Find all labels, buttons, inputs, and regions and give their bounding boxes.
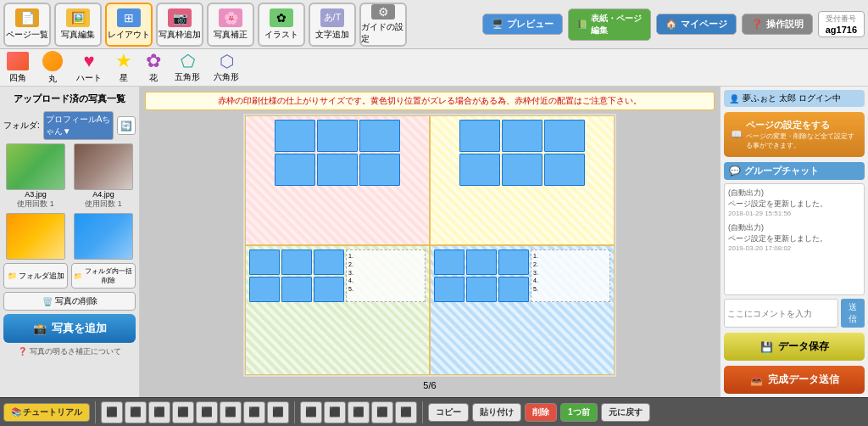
align-middle-button[interactable]: ⬛ bbox=[196, 401, 218, 423]
photo-ph bbox=[434, 277, 465, 302]
photo-item-a3: A3.jpg 使用回数 1 bbox=[3, 143, 68, 210]
zoom-out-button[interactable]: ⬛ bbox=[395, 401, 417, 423]
cover-edit-button[interactable]: 📗表紙・ページ編集 bbox=[568, 8, 651, 41]
mypage-button[interactable]: 🏠マイページ bbox=[656, 14, 737, 35]
preview-button[interactable]: 🖥️プレビュー bbox=[482, 14, 563, 35]
chat-send-button[interactable]: 送信 bbox=[841, 299, 865, 328]
photo-ph bbox=[434, 249, 465, 275]
chat-messages: (自動出力) ページ設定を更新しました。 2018-01-29 15:51:56… bbox=[724, 183, 865, 295]
photo-ph bbox=[314, 249, 344, 275]
chat-input[interactable] bbox=[724, 299, 838, 328]
photo-ph bbox=[275, 154, 315, 186]
bulk-rename-button[interactable]: 📁フォルダ内一括削除 bbox=[71, 263, 136, 289]
shape-circle[interactable]: 丸 bbox=[42, 51, 63, 85]
copy-button[interactable]: コピー bbox=[428, 403, 469, 422]
list-ph: 1.2.3.4.5. bbox=[346, 249, 426, 302]
photo-ph bbox=[466, 249, 497, 275]
photo-ph bbox=[249, 249, 280, 275]
refresh-button[interactable]: 🔄 bbox=[117, 116, 136, 135]
photo-ph bbox=[314, 277, 344, 302]
paste-button[interactable]: 貼り付け bbox=[472, 403, 521, 422]
photo-ph bbox=[317, 154, 358, 186]
chat-message-1: (自動出力) ページ設定を更新しました。 2018-01-29 15:51:56 bbox=[728, 188, 860, 217]
top-toolbar: 📄 ページ一覧 🖼️ 写真編集 ⊞ レイアウト 📷 写真枠追加 🌸 写真補正 ✿… bbox=[0, 0, 868, 49]
left-panel: アップロード済の写真一覧 フォルダ: プロフィールAちゃん▼ 🔄 A3.jpg … bbox=[0, 87, 140, 397]
photo-ph bbox=[281, 277, 312, 302]
photo-ph bbox=[498, 277, 529, 302]
final-send-button[interactable]: 📤完成データ送信 bbox=[724, 366, 865, 394]
canvas-section-tr bbox=[430, 115, 615, 245]
layer-down-button[interactable]: ⬛ bbox=[324, 401, 346, 423]
page-settings-button[interactable]: 📖 ページの設定をする ページの変更・削除など全て設定する事ができます。 bbox=[724, 112, 865, 157]
layer-up-button[interactable]: ⬛ bbox=[300, 401, 322, 423]
shape-rect[interactable]: 四角 bbox=[7, 52, 29, 84]
redo-button[interactable]: 元に戻す bbox=[601, 403, 650, 422]
shape-heart[interactable]: ♥ ハート bbox=[76, 52, 102, 84]
bottom-toolbar: 📚チュートリアル ⬛ ⬛ ⬛ ⬛ ⬛ ⬛ ⬛ ⬛ ⬛ ⬛ ⬛ ⬛ ⬛ コピー 貼… bbox=[0, 397, 868, 426]
separator bbox=[95, 401, 96, 423]
photo-ph bbox=[281, 249, 312, 275]
user-info-bar: 👤 夢ふぉと 太郎 ログイン中 bbox=[724, 90, 865, 107]
photo-item-4 bbox=[71, 213, 136, 260]
align-right-button[interactable]: ⬛ bbox=[148, 401, 170, 423]
undo-button[interactable]: 1つ前 bbox=[560, 403, 598, 422]
add-text-button[interactable]: あ/T 文字追加 bbox=[309, 3, 356, 47]
guide-settings-button[interactable]: ⚙ ガイドの設定 bbox=[359, 3, 407, 47]
shape-flower[interactable]: ✿ 花 bbox=[146, 52, 161, 84]
brightness-link[interactable]: ❓ 写真の明るさ補正について bbox=[3, 346, 136, 357]
right-panel: 👤 夢ふぉと 太郎 ログイン中 📖 ページの設定をする ページの変更・削除など全… bbox=[720, 87, 868, 397]
align-left-button[interactable]: ⬛ bbox=[101, 401, 123, 423]
delete-photo-button[interactable]: 🗑️写真の削除 bbox=[3, 292, 136, 311]
photo-ph bbox=[359, 120, 400, 152]
layer-front-button[interactable]: ⬛ bbox=[348, 401, 370, 423]
align-center-button[interactable]: ⬛ bbox=[125, 401, 147, 423]
align-top-button[interactable]: ⬛ bbox=[172, 401, 194, 423]
photo-thumb-3[interactable] bbox=[6, 213, 65, 260]
page-canvas[interactable]: 1.2.3.4.5. bbox=[243, 114, 616, 377]
tutorial-button[interactable]: 📚チュートリアル bbox=[3, 403, 90, 422]
add-photo-button[interactable]: 📸写真を追加 bbox=[3, 314, 136, 343]
photo-thumb-a3[interactable] bbox=[6, 143, 65, 190]
photo-correction-button[interactable]: 🌸 写真補正 bbox=[207, 3, 254, 47]
shape-star[interactable]: ★ 星 bbox=[115, 52, 132, 84]
chat-input-row: 送信 bbox=[724, 299, 865, 328]
align-bottom-button[interactable]: ⬛ bbox=[220, 401, 242, 423]
distribute-h-button[interactable]: ⬛ bbox=[243, 401, 265, 423]
photo-edit-button[interactable]: 🖼️ 写真編集 bbox=[54, 3, 102, 47]
separator bbox=[422, 401, 423, 423]
photo-ph bbox=[459, 120, 500, 152]
folder-select[interactable]: プロフィールAちゃん▼ bbox=[43, 111, 114, 140]
chat-message-2: (自動出力) ページ設定を更新しました。 2019-03-20 17:08:02 bbox=[728, 222, 860, 252]
layout-button[interactable]: ⊞ レイアウト bbox=[105, 3, 153, 47]
center-canvas: 赤枠の印刷仕様の仕上がりサイズです。黄色切り位置がズレる場合がある為、赤枠付近の… bbox=[140, 87, 720, 397]
page-number: 5/6 bbox=[423, 380, 436, 390]
save-data-button[interactable]: 💾データ保存 bbox=[724, 333, 865, 361]
photo-item-a4: A4.jpg 使用回数 1 bbox=[71, 143, 136, 210]
warning-bar: 赤枠の印刷仕様の仕上がりサイズです。黄色切り位置がズレる場合がある為、赤枠付近の… bbox=[145, 92, 715, 110]
shape-pentagon[interactable]: ⬠ 五角形 bbox=[175, 53, 200, 83]
delete-button[interactable]: 削除 bbox=[525, 403, 557, 422]
shape-row: 四角 丸 ♥ ハート ★ 星 ✿ 花 ⬠ 五角形 ⬡ 六角形 bbox=[0, 49, 868, 87]
illust-button[interactable]: ✿ イラスト bbox=[258, 3, 305, 47]
add-photo-frame-button[interactable]: 📷 写真枠追加 bbox=[156, 3, 203, 47]
shape-hexagon[interactable]: ⬡ 六角形 bbox=[214, 53, 239, 83]
chat-section: 💬 グループチャット (自動出力) ページ設定を更新しました。 2018-01-… bbox=[724, 162, 865, 328]
zoom-in-button[interactable]: ⬛ bbox=[371, 401, 393, 423]
chat-title: 💬 グループチャット bbox=[724, 162, 865, 180]
photo-thumb-4[interactable] bbox=[74, 213, 133, 260]
photo-ph bbox=[317, 120, 358, 152]
canvas-section-tl bbox=[245, 115, 430, 245]
separator bbox=[294, 401, 295, 423]
photo-item-3 bbox=[3, 213, 68, 260]
photo-grid: A3.jpg 使用回数 1 A4.jpg 使用回数 1 bbox=[3, 143, 136, 260]
canvas-section-bl: 1.2.3.4.5. bbox=[245, 245, 430, 375]
photo-thumb-a4[interactable] bbox=[74, 143, 133, 190]
photo-ph bbox=[359, 154, 400, 186]
help-button[interactable]: ❓操作説明 bbox=[742, 14, 813, 35]
distribute-v-button[interactable]: ⬛ bbox=[267, 401, 289, 423]
folder-row: フォルダ: プロフィールAちゃん▼ 🔄 bbox=[3, 111, 136, 140]
photo-ph bbox=[498, 249, 529, 275]
photo-ph bbox=[275, 120, 315, 152]
add-folder-button[interactable]: 📁フォルダ追加 bbox=[3, 263, 68, 289]
page-list-button[interactable]: 📄 ページ一覧 bbox=[3, 3, 51, 47]
